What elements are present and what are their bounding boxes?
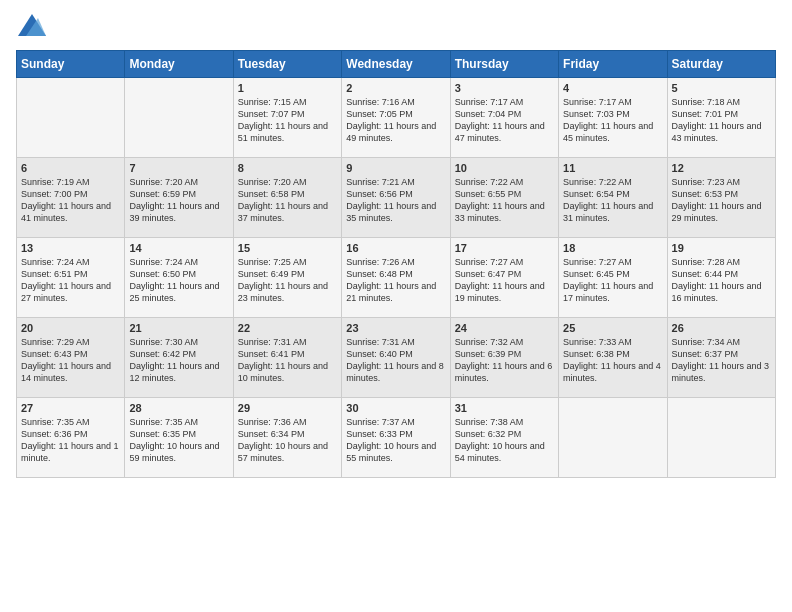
logo: [16, 16, 46, 38]
calendar-cell: [125, 78, 233, 158]
calendar-cell: [559, 398, 667, 478]
day-number: 15: [238, 242, 337, 254]
calendar-cell: 22Sunrise: 7:31 AM Sunset: 6:41 PM Dayli…: [233, 318, 341, 398]
header-wednesday: Wednesday: [342, 51, 450, 78]
day-number: 12: [672, 162, 771, 174]
day-number: 27: [21, 402, 120, 414]
header-saturday: Saturday: [667, 51, 775, 78]
week-row-5: 27Sunrise: 7:35 AM Sunset: 6:36 PM Dayli…: [17, 398, 776, 478]
day-info: Sunrise: 7:27 AM Sunset: 6:47 PM Dayligh…: [455, 256, 554, 305]
day-number: 31: [455, 402, 554, 414]
day-number: 13: [21, 242, 120, 254]
day-number: 19: [672, 242, 771, 254]
calendar-cell: 14Sunrise: 7:24 AM Sunset: 6:50 PM Dayli…: [125, 238, 233, 318]
calendar-cell: 19Sunrise: 7:28 AM Sunset: 6:44 PM Dayli…: [667, 238, 775, 318]
day-number: 17: [455, 242, 554, 254]
day-number: 25: [563, 322, 662, 334]
day-info: Sunrise: 7:28 AM Sunset: 6:44 PM Dayligh…: [672, 256, 771, 305]
calendar-cell: 18Sunrise: 7:27 AM Sunset: 6:45 PM Dayli…: [559, 238, 667, 318]
day-number: 14: [129, 242, 228, 254]
calendar-cell: 30Sunrise: 7:37 AM Sunset: 6:33 PM Dayli…: [342, 398, 450, 478]
day-info: Sunrise: 7:15 AM Sunset: 7:07 PM Dayligh…: [238, 96, 337, 145]
header-monday: Monday: [125, 51, 233, 78]
header-row: SundayMondayTuesdayWednesdayThursdayFrid…: [17, 51, 776, 78]
day-number: 22: [238, 322, 337, 334]
calendar-cell: 12Sunrise: 7:23 AM Sunset: 6:53 PM Dayli…: [667, 158, 775, 238]
calendar-cell: 10Sunrise: 7:22 AM Sunset: 6:55 PM Dayli…: [450, 158, 558, 238]
day-number: 2: [346, 82, 445, 94]
day-number: 4: [563, 82, 662, 94]
day-info: Sunrise: 7:30 AM Sunset: 6:42 PM Dayligh…: [129, 336, 228, 385]
calendar-table: SundayMondayTuesdayWednesdayThursdayFrid…: [16, 50, 776, 478]
header-tuesday: Tuesday: [233, 51, 341, 78]
day-info: Sunrise: 7:24 AM Sunset: 6:51 PM Dayligh…: [21, 256, 120, 305]
day-info: Sunrise: 7:20 AM Sunset: 6:59 PM Dayligh…: [129, 176, 228, 225]
logo-icon: [18, 14, 46, 36]
day-number: 1: [238, 82, 337, 94]
calendar-cell: 28Sunrise: 7:35 AM Sunset: 6:35 PM Dayli…: [125, 398, 233, 478]
day-number: 10: [455, 162, 554, 174]
logo-text: [16, 16, 46, 38]
day-info: Sunrise: 7:33 AM Sunset: 6:38 PM Dayligh…: [563, 336, 662, 385]
day-info: Sunrise: 7:17 AM Sunset: 7:04 PM Dayligh…: [455, 96, 554, 145]
week-row-1: 1Sunrise: 7:15 AM Sunset: 7:07 PM Daylig…: [17, 78, 776, 158]
day-info: Sunrise: 7:17 AM Sunset: 7:03 PM Dayligh…: [563, 96, 662, 145]
day-info: Sunrise: 7:23 AM Sunset: 6:53 PM Dayligh…: [672, 176, 771, 225]
day-info: Sunrise: 7:24 AM Sunset: 6:50 PM Dayligh…: [129, 256, 228, 305]
calendar-cell: 23Sunrise: 7:31 AM Sunset: 6:40 PM Dayli…: [342, 318, 450, 398]
calendar-body: 1Sunrise: 7:15 AM Sunset: 7:07 PM Daylig…: [17, 78, 776, 478]
day-number: 18: [563, 242, 662, 254]
day-info: Sunrise: 7:20 AM Sunset: 6:58 PM Dayligh…: [238, 176, 337, 225]
calendar-cell: 3Sunrise: 7:17 AM Sunset: 7:04 PM Daylig…: [450, 78, 558, 158]
day-info: Sunrise: 7:18 AM Sunset: 7:01 PM Dayligh…: [672, 96, 771, 145]
day-info: Sunrise: 7:35 AM Sunset: 6:35 PM Dayligh…: [129, 416, 228, 465]
calendar-cell: 4Sunrise: 7:17 AM Sunset: 7:03 PM Daylig…: [559, 78, 667, 158]
week-row-4: 20Sunrise: 7:29 AM Sunset: 6:43 PM Dayli…: [17, 318, 776, 398]
week-row-2: 6Sunrise: 7:19 AM Sunset: 7:00 PM Daylig…: [17, 158, 776, 238]
day-number: 8: [238, 162, 337, 174]
page-header: [16, 16, 776, 38]
calendar-cell: 27Sunrise: 7:35 AM Sunset: 6:36 PM Dayli…: [17, 398, 125, 478]
calendar-cell: 21Sunrise: 7:30 AM Sunset: 6:42 PM Dayli…: [125, 318, 233, 398]
calendar-cell: 31Sunrise: 7:38 AM Sunset: 6:32 PM Dayli…: [450, 398, 558, 478]
calendar-cell: 9Sunrise: 7:21 AM Sunset: 6:56 PM Daylig…: [342, 158, 450, 238]
calendar-cell: 16Sunrise: 7:26 AM Sunset: 6:48 PM Dayli…: [342, 238, 450, 318]
day-number: 30: [346, 402, 445, 414]
day-number: 11: [563, 162, 662, 174]
calendar-cell: 24Sunrise: 7:32 AM Sunset: 6:39 PM Dayli…: [450, 318, 558, 398]
header-friday: Friday: [559, 51, 667, 78]
day-info: Sunrise: 7:25 AM Sunset: 6:49 PM Dayligh…: [238, 256, 337, 305]
day-number: 5: [672, 82, 771, 94]
calendar-cell: 17Sunrise: 7:27 AM Sunset: 6:47 PM Dayli…: [450, 238, 558, 318]
day-info: Sunrise: 7:32 AM Sunset: 6:39 PM Dayligh…: [455, 336, 554, 385]
calendar-cell: 25Sunrise: 7:33 AM Sunset: 6:38 PM Dayli…: [559, 318, 667, 398]
day-info: Sunrise: 7:37 AM Sunset: 6:33 PM Dayligh…: [346, 416, 445, 465]
day-number: 16: [346, 242, 445, 254]
day-info: Sunrise: 7:31 AM Sunset: 6:41 PM Dayligh…: [238, 336, 337, 385]
day-info: Sunrise: 7:22 AM Sunset: 6:54 PM Dayligh…: [563, 176, 662, 225]
calendar-cell: 20Sunrise: 7:29 AM Sunset: 6:43 PM Dayli…: [17, 318, 125, 398]
day-info: Sunrise: 7:35 AM Sunset: 6:36 PM Dayligh…: [21, 416, 120, 465]
day-number: 23: [346, 322, 445, 334]
day-info: Sunrise: 7:31 AM Sunset: 6:40 PM Dayligh…: [346, 336, 445, 385]
day-info: Sunrise: 7:36 AM Sunset: 6:34 PM Dayligh…: [238, 416, 337, 465]
calendar-cell: 26Sunrise: 7:34 AM Sunset: 6:37 PM Dayli…: [667, 318, 775, 398]
header-sunday: Sunday: [17, 51, 125, 78]
calendar-cell: 11Sunrise: 7:22 AM Sunset: 6:54 PM Dayli…: [559, 158, 667, 238]
day-number: 28: [129, 402, 228, 414]
calendar-cell: 13Sunrise: 7:24 AM Sunset: 6:51 PM Dayli…: [17, 238, 125, 318]
day-number: 6: [21, 162, 120, 174]
calendar-header: SundayMondayTuesdayWednesdayThursdayFrid…: [17, 51, 776, 78]
calendar-cell: 6Sunrise: 7:19 AM Sunset: 7:00 PM Daylig…: [17, 158, 125, 238]
day-info: Sunrise: 7:19 AM Sunset: 7:00 PM Dayligh…: [21, 176, 120, 225]
calendar-cell: 8Sunrise: 7:20 AM Sunset: 6:58 PM Daylig…: [233, 158, 341, 238]
day-number: 24: [455, 322, 554, 334]
day-info: Sunrise: 7:22 AM Sunset: 6:55 PM Dayligh…: [455, 176, 554, 225]
day-number: 20: [21, 322, 120, 334]
calendar-cell: 7Sunrise: 7:20 AM Sunset: 6:59 PM Daylig…: [125, 158, 233, 238]
day-number: 21: [129, 322, 228, 334]
day-number: 7: [129, 162, 228, 174]
calendar-cell: 5Sunrise: 7:18 AM Sunset: 7:01 PM Daylig…: [667, 78, 775, 158]
day-number: 26: [672, 322, 771, 334]
day-number: 3: [455, 82, 554, 94]
